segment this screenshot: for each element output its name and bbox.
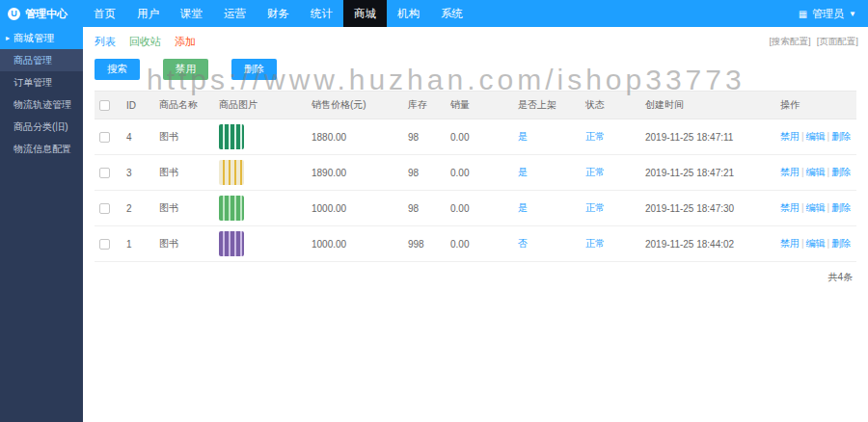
nav-item-system[interactable]: 系统	[430, 0, 474, 27]
cell-sales: 0.00	[446, 191, 513, 226]
op-link[interactable]: 禁用	[780, 202, 800, 213]
column-header: 是否上架	[513, 92, 581, 119]
cell-status: 正常	[581, 155, 640, 191]
column-header: 状态	[581, 92, 640, 119]
op-link[interactable]: 删除	[831, 131, 851, 142]
op-link[interactable]: 编辑	[806, 131, 826, 142]
sidebar-items: 商品管理订单管理物流轨迹管理商品分类(旧)物流信息配置	[0, 49, 83, 160]
sidebar-group-label: 商城管理	[14, 32, 54, 45]
nav-item-organization[interactable]: 机构	[387, 0, 430, 27]
table-row: 4图书1880.00980.00是正常2019-11-25 18:47:11禁用…	[95, 119, 856, 155]
row-checkbox[interactable]	[99, 168, 110, 178]
delete-button[interactable]: 删除	[231, 59, 277, 80]
table-head: ID商品名称商品图片销售价格(元)库存销量是否上架状态创建时间操作	[95, 92, 856, 119]
sidebar-item-category-old[interactable]: 商品分类(旧)	[0, 116, 83, 138]
column-header: 销售价格(元)	[307, 92, 403, 119]
cell-name: 图书	[154, 191, 214, 226]
search-button[interactable]: 搜索	[95, 59, 140, 80]
product-thumbnail[interactable]	[219, 196, 244, 221]
sidebar: ▸ 商城管理 商品管理订单管理物流轨迹管理商品分类(旧)物流信息配置	[0, 27, 83, 422]
product-thumbnail[interactable]	[219, 124, 244, 149]
product-thumbnail[interactable]	[219, 160, 244, 185]
nav-item-statistics[interactable]: 统计	[300, 0, 343, 27]
nav-item-classroom[interactable]: 课堂	[170, 0, 213, 27]
op-separator: |	[827, 131, 830, 142]
select-all-checkbox[interactable]	[99, 100, 110, 111]
row-checkbox[interactable]	[99, 203, 110, 214]
cell-on-shelf[interactable]: 是	[513, 191, 581, 226]
apps-grid-icon[interactable]: ▦	[799, 9, 807, 19]
row-checkbox-cell	[95, 191, 122, 226]
main-content: 列表回收站添加 [搜索配置][页面配置] 搜索禁用删除 ID商品名称商品图片销售…	[83, 27, 868, 422]
op-link[interactable]: 禁用	[780, 131, 800, 142]
op-separator: |	[827, 202, 830, 213]
cell-name: 图书	[154, 226, 214, 262]
sidebar-item-orders[interactable]: 订单管理	[0, 71, 83, 93]
cell-operations: 禁用|编辑|删除	[775, 226, 856, 262]
sidebar-item-goods[interactable]: 商品管理	[0, 49, 83, 71]
cell-status: 正常	[581, 119, 640, 155]
op-link[interactable]: 删除	[831, 238, 851, 249]
row-checkbox-cell	[95, 119, 122, 155]
page-config-link[interactable]: [页面配置]	[817, 36, 858, 48]
tab-recycle[interactable]: 回收站	[129, 35, 161, 49]
cell-operations: 禁用|编辑|删除	[775, 191, 856, 226]
app-logo: U 管理中心	[0, 0, 83, 27]
nav-item-home[interactable]: 首页	[83, 0, 126, 27]
action-buttons: 搜索禁用删除	[83, 52, 868, 85]
user-menu[interactable]: 管理员	[812, 7, 844, 21]
cell-operations: 禁用|编辑|删除	[775, 155, 856, 191]
product-table: ID商品名称商品图片销售价格(元)库存销量是否上架状态创建时间操作 4图书188…	[95, 91, 856, 262]
table-row: 3图书1890.00980.00是正常2019-11-25 18:47:21禁用…	[95, 155, 856, 191]
product-thumbnail[interactable]	[219, 231, 244, 256]
nav-item-finance[interactable]: 财务	[257, 0, 300, 27]
view-tabs: 列表回收站添加	[95, 35, 196, 49]
cell-on-shelf[interactable]: 否	[513, 226, 581, 262]
cell-created: 2019-11-25 18:47:30	[640, 191, 775, 226]
cell-price: 1890.00	[307, 155, 403, 191]
cell-stock: 98	[403, 155, 446, 191]
op-link[interactable]: 删除	[831, 202, 851, 213]
chevron-down-icon: ▼	[849, 10, 856, 18]
op-link[interactable]: 编辑	[806, 202, 826, 213]
app-title: 管理中心	[25, 7, 68, 21]
op-link[interactable]: 禁用	[780, 167, 800, 177]
op-link[interactable]: 编辑	[806, 238, 826, 249]
cell-on-shelf[interactable]: 是	[513, 119, 581, 155]
column-header: 商品名称	[154, 92, 214, 119]
op-separator: |	[801, 238, 804, 249]
row-checkbox[interactable]	[99, 132, 110, 143]
cell-image	[214, 119, 307, 155]
column-header: 操作	[775, 92, 856, 119]
row-checkbox[interactable]	[99, 239, 110, 250]
op-link[interactable]: 删除	[831, 167, 851, 177]
cell-stock: 98	[403, 191, 446, 226]
cell-stock: 998	[403, 226, 446, 262]
table-body: 4图书1880.00980.00是正常2019-11-25 18:47:11禁用…	[95, 119, 856, 262]
sidebar-group-mall[interactable]: ▸ 商城管理	[0, 27, 83, 49]
search-config-link[interactable]: [搜索配置]	[769, 36, 810, 48]
cell-status: 正常	[581, 191, 640, 226]
tab-list[interactable]: 列表	[95, 35, 116, 49]
op-link[interactable]: 禁用	[780, 238, 800, 249]
nav-item-mall[interactable]: 商城	[343, 0, 387, 27]
sidebar-item-logistics-config[interactable]: 物流信息配置	[0, 138, 83, 160]
pagination-total: 共4条	[83, 262, 868, 293]
cell-operations: 禁用|编辑|删除	[775, 119, 856, 155]
tab-add[interactable]: 添加	[175, 35, 196, 49]
cell-id: 4	[122, 119, 154, 155]
sidebar-item-logistics-track[interactable]: 物流轨迹管理	[0, 93, 83, 116]
nav-item-operation[interactable]: 运营	[213, 0, 257, 27]
chevron-right-icon: ▸	[6, 34, 10, 42]
cell-name: 图书	[154, 119, 214, 155]
op-link[interactable]: 编辑	[806, 167, 826, 177]
cell-price: 1000.00	[307, 191, 403, 226]
cell-sales: 0.00	[446, 119, 513, 155]
disable-button[interactable]: 禁用	[163, 59, 208, 80]
nav-item-user[interactable]: 用户	[126, 0, 170, 27]
row-checkbox-cell	[95, 155, 122, 191]
navbar-right: ▦ 管理员 ▼	[799, 0, 868, 27]
cell-id: 1	[122, 226, 154, 262]
cell-price: 1880.00	[307, 119, 403, 155]
cell-on-shelf[interactable]: 是	[513, 155, 581, 191]
